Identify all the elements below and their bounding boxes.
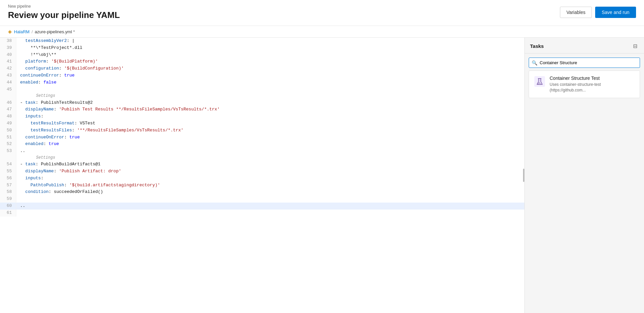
svg-point-3 (540, 83, 541, 84)
table-row: 49 testResultsFormat: VSTest (0, 120, 524, 127)
line-content: displayName: 'Publish Artifact: drop' (16, 168, 524, 175)
main-area: 38 testAssemblyVer2: |39 **\*TestProject… (0, 38, 644, 313)
line-number: 55 (0, 168, 16, 175)
line-content: PathtoPublish: '$(build.artifactstagingd… (16, 182, 524, 189)
page-title: Review your pipeline YAML (8, 10, 120, 20)
repo-icon: ◈ (8, 29, 12, 35)
line-number (0, 155, 16, 161)
line-number: 52 (0, 141, 16, 148)
breadcrumb-repo[interactable]: HalaRM (14, 29, 30, 34)
line-content: displayName: 'Publish Test Results **/Re… (16, 106, 524, 113)
line-content: enabled: false (16, 79, 524, 86)
table-row: 58 condition: succeededOrFailed() (0, 189, 524, 196)
line-content (16, 210, 524, 217)
table-row: 56 inputs: (0, 175, 524, 182)
page-header: New pipeline Review your pipeline YAML V… (0, 0, 644, 26)
tasks-pane: Tasks ⊟ 🔍 Container Structure Tes (524, 38, 644, 313)
task-description: Uses container-structure-test (https://g… (550, 82, 635, 93)
header-actions: Variables Save and run (560, 7, 636, 18)
line-content: .. (16, 148, 524, 155)
line-number: 38 (0, 38, 16, 45)
breadcrumb: ◈ HalaRM / azure-pipelines.yml * (0, 26, 644, 38)
line-number: 54 (0, 161, 16, 168)
search-icon: 🔍 (532, 60, 537, 66)
table-row: 43continueOnError: true (0, 72, 524, 79)
line-number: 58 (0, 189, 16, 196)
line-number: 45 (0, 86, 16, 93)
line-number: 60 (0, 203, 16, 210)
line-content: - task: PublishBuildArtifacts@1 (16, 161, 524, 168)
table-row: 40 !**\obj\** (0, 52, 524, 59)
table-row: 47 displayName: 'Publish Test Results **… (0, 106, 524, 113)
line-content: configuration: '$(BuildConfiguration)' (16, 65, 524, 72)
breadcrumb-file: azure-pipelines.yml * (35, 29, 75, 34)
tasks-title: Tasks (530, 43, 544, 49)
table-row: 45 (0, 86, 524, 93)
table-row: 41 platform: '$(BuildPlatform)' (0, 58, 524, 65)
breadcrumb-separator: / (32, 29, 33, 34)
line-number: 46 (0, 99, 16, 106)
line-content: testResultsFiles: '**/ResultsFileSamples… (16, 127, 524, 134)
line-number: 61 (0, 210, 16, 217)
line-content: .. (16, 203, 524, 210)
line-content: testResultsFormat: VSTest (16, 120, 524, 127)
line-number (0, 93, 16, 99)
line-content: platform: '$(BuildPlatform)' (16, 58, 524, 65)
table-row: 50 testResultsFiles: '**/ResultsFileSamp… (0, 127, 524, 134)
save-and-run-button[interactable]: Save and run (595, 7, 636, 18)
line-number: 39 (0, 45, 16, 52)
tasks-search-input[interactable] (529, 58, 640, 68)
table-row: 60.. (0, 203, 524, 210)
scroll-indicator (523, 169, 524, 182)
flask-icon (534, 76, 545, 87)
line-number: 51 (0, 134, 16, 141)
table-row: 53.. (0, 148, 524, 155)
table-row: 55 displayName: 'Publish Artifact: drop' (0, 168, 524, 175)
task-results-list: Container Structure Test Uses container-… (525, 71, 644, 98)
line-number: 41 (0, 58, 16, 65)
line-number: 53 (0, 148, 16, 155)
line-content: continueOnError: true (16, 72, 524, 79)
line-number: 56 (0, 175, 16, 182)
header-left: New pipeline Review your pipeline YAML (8, 4, 120, 20)
svg-point-4 (538, 83, 539, 84)
task-name: Container Structure Test (550, 76, 635, 81)
new-pipeline-label: New pipeline (8, 4, 120, 9)
editor-pane[interactable]: 38 testAssemblyVer2: |39 **\*TestProject… (0, 38, 524, 313)
tasks-header: Tasks ⊟ (525, 38, 644, 54)
tasks-collapse-button[interactable]: ⊟ (632, 42, 639, 50)
line-content: continueOnError: true (16, 134, 524, 141)
task-icon-wrap (534, 76, 546, 87)
line-content: inputs: (16, 175, 524, 182)
table-row: 38 testAssemblyVer2: | (0, 38, 524, 45)
table-row: 52 enabled: true (0, 141, 524, 148)
line-number: 47 (0, 106, 16, 113)
table-row: Settings (0, 155, 524, 161)
line-content: inputs: (16, 113, 524, 120)
table-row: Settings (0, 93, 524, 99)
table-row: 57 PathtoPublish: '$(build.artifactstagi… (0, 182, 524, 189)
svg-point-2 (539, 82, 540, 83)
line-content (16, 196, 524, 203)
line-content (16, 86, 524, 93)
table-row: 46- task: PublishTestResults@2 (0, 99, 524, 106)
line-number: 57 (0, 182, 16, 189)
line-number: 43 (0, 72, 16, 79)
line-content: Settings (16, 155, 524, 161)
line-number: 50 (0, 127, 16, 134)
breadcrumb-modified: * (73, 29, 75, 34)
line-number: 59 (0, 196, 16, 203)
line-number: 49 (0, 120, 16, 127)
line-number: 44 (0, 79, 16, 86)
table-row: 39 **\*TestProject*.dll (0, 45, 524, 52)
table-row: 44enabled: false (0, 79, 524, 86)
line-number: 40 (0, 52, 16, 59)
line-number: 42 (0, 65, 16, 72)
table-row: 59 (0, 196, 524, 203)
line-content: - task: PublishTestResults@2 (16, 99, 524, 106)
line-content: enabled: true (16, 141, 524, 148)
variables-button[interactable]: Variables (560, 7, 591, 18)
list-item[interactable]: Container Structure Test Uses container-… (529, 71, 640, 98)
table-row: 48 inputs: (0, 113, 524, 120)
table-row: 51 continueOnError: true (0, 134, 524, 141)
